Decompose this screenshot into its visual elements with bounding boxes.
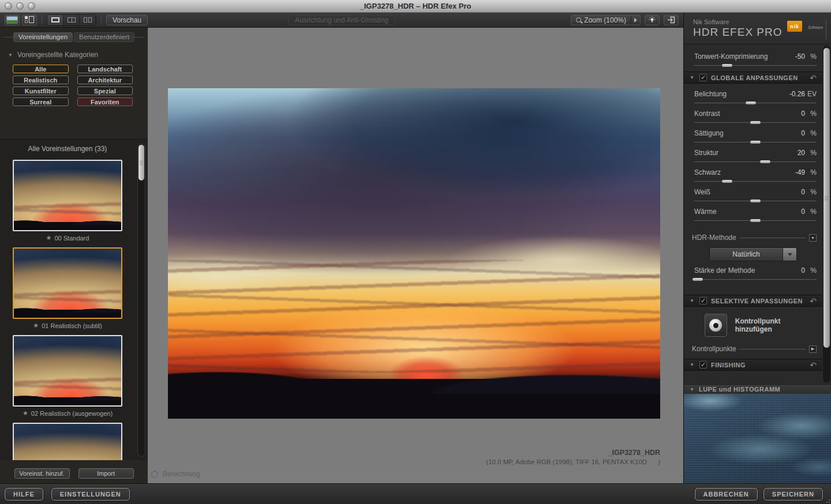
- slider-track[interactable]: [694, 179, 817, 184]
- preset-item[interactable]: ★ 01 Realistisch (subtil): [0, 247, 135, 329]
- category-button[interactable]: Alle: [13, 65, 69, 73]
- hdr-methode-menu-button[interactable]: ▼: [809, 234, 817, 242]
- nik-logo-subtext: Software: [808, 25, 823, 29]
- categories-header[interactable]: ▼ Voreingestellte Kategorien: [0, 46, 148, 61]
- tonwert-block: Tonwert-Komprimierung -50 %: [684, 44, 822, 72]
- slider-track[interactable]: [694, 120, 817, 125]
- reset-icon[interactable]: ↶: [810, 298, 817, 304]
- preset-item[interactable]: ★ 02 Realistisch (ausgewogen): [0, 335, 135, 417]
- selektive-checkbox[interactable]: ✓: [699, 297, 707, 304]
- tonwert-slider-thumb[interactable]: [721, 63, 733, 67]
- staerke-slider-thumb[interactable]: [692, 277, 703, 281]
- section-globale-anpassungen[interactable]: ▼ ✓ GLOBALE ANPASSUNGEN ↶: [684, 72, 822, 84]
- category-button[interactable]: Realistisch: [13, 76, 69, 84]
- speichern-button[interactable]: SPEICHERN: [763, 488, 823, 501]
- preset-list-area: Alle Voreinstellungen (33) ★ 00 Standard…: [0, 139, 148, 460]
- preset-thumbnail[interactable]: [13, 335, 122, 407]
- lupe-preview[interactable]: [684, 394, 831, 483]
- lupe-header[interactable]: ▼ LUPE und HISTOGRAMM: [684, 384, 831, 394]
- hilfe-button[interactable]: HILFE: [5, 488, 43, 501]
- toolbar-separator: [42, 16, 42, 25]
- chevron-down-icon: ▼: [690, 387, 694, 392]
- tonwert-slider[interactable]: [694, 63, 817, 68]
- preset-item[interactable]: ★: [0, 423, 135, 460]
- background-brightness-button[interactable]: [645, 15, 660, 25]
- kontrollpunkte-row: Kontrollpunkte ▶: [684, 344, 822, 354]
- slider-thumb[interactable]: [750, 219, 761, 223]
- view-sidebyside-button[interactable]: [80, 15, 96, 25]
- dropdown-arrow-button[interactable]: [783, 248, 796, 261]
- slider-track[interactable]: [694, 218, 817, 223]
- panel-scrollbar-thumb[interactable]: [823, 48, 830, 348]
- chevron-down-icon: ▼: [690, 298, 695, 303]
- reset-icon[interactable]: ↶: [810, 74, 817, 81]
- view-single-button[interactable]: [47, 15, 63, 25]
- abbrechen-button[interactable]: ABBRECHEN: [695, 488, 758, 501]
- preset-scrollbar[interactable]: [137, 143, 145, 457]
- category-button[interactable]: Surreal: [13, 97, 69, 106]
- staerke-row: Stärke der Methode 0 %: [694, 265, 817, 284]
- slider-thumb[interactable]: [721, 179, 733, 183]
- tonwert-value: -50: [783, 52, 805, 61]
- app-window: _IGP3278_HDR – HDR Efex Pro: [0, 0, 831, 504]
- einstellungen-button[interactable]: EINSTELLUNGEN: [51, 488, 130, 501]
- slider-row: Kontrast 0 %: [694, 108, 817, 127]
- adjustments-scroll: Tonwert-Komprimierung -50 % ▼ ✓ GLOBALE …: [684, 44, 831, 384]
- control-point-row: Kontrollpunkt hinzufügen: [684, 307, 822, 344]
- category-button[interactable]: Favoriten: [77, 97, 133, 106]
- reference-image-button[interactable]: [5, 15, 20, 25]
- export-icon: [667, 16, 675, 24]
- slider-row: Struktur 20 %: [694, 147, 817, 167]
- slider-track[interactable]: [694, 198, 817, 204]
- slider-thumb[interactable]: [745, 101, 757, 105]
- import-preset-button[interactable]: Import: [78, 468, 134, 479]
- slider-thumb[interactable]: [750, 140, 761, 144]
- zoom-menu-button[interactable]: [631, 16, 640, 25]
- resize-grip[interactable]: [823, 497, 830, 503]
- category-button[interactable]: Architektur: [77, 76, 133, 84]
- tab-voreinstellungen[interactable]: Voreinstellungen: [13, 32, 73, 42]
- panel-scrollbar[interactable]: [823, 46, 830, 383]
- hdr-methode-dropdown[interactable]: Natürlich: [709, 247, 797, 261]
- browser-layout-button[interactable]: [22, 15, 37, 25]
- slider-unit: %: [805, 110, 817, 118]
- slider-row: Schwarz -49 %: [694, 167, 817, 186]
- kontrollpunkte-menu-button[interactable]: ▶: [809, 345, 817, 353]
- category-button[interactable]: Kunstfilter: [13, 86, 69, 95]
- preset-thumbnail[interactable]: [13, 423, 122, 460]
- slider-track[interactable]: [694, 159, 817, 164]
- section-selektive-anpassungen[interactable]: ▼ ✓ SELEKTIVE ANPASSUNGEN ↶: [684, 295, 822, 307]
- staerke-unit: %: [805, 266, 817, 274]
- main-photo[interactable]: [168, 88, 660, 419]
- zoom-control[interactable]: Zoom (100%): [571, 15, 641, 25]
- reset-icon[interactable]: ↶: [810, 362, 817, 368]
- preset-item[interactable]: ★ 00 Standard: [0, 160, 135, 242]
- toolbar-separator: [101, 16, 102, 25]
- global-sliders: Belichtung -0.26 EV Kontrast 0 % Sättigu…: [684, 84, 822, 228]
- vorschau-button[interactable]: Vorschau: [106, 15, 148, 25]
- slider-thumb[interactable]: [750, 121, 761, 125]
- preset-scrollbar-thumb[interactable]: [138, 145, 144, 180]
- slider-track[interactable]: [694, 100, 817, 106]
- finishing-checkbox[interactable]: ✓: [699, 361, 707, 368]
- globale-checkbox[interactable]: ✓: [699, 74, 707, 81]
- category-button[interactable]: Spezial: [77, 86, 133, 95]
- sidebyside-view-icon: [84, 17, 92, 22]
- tab-benutzerdefiniert[interactable]: Benutzerdefiniert: [74, 32, 134, 42]
- preset-label: 02 Realistisch (ausgewogen): [31, 410, 113, 417]
- add-preset-button[interactable]: Voreinst. hinzuf.: [14, 468, 70, 479]
- slider-track[interactable]: [694, 140, 817, 145]
- status-row: Berechnung: [151, 470, 200, 478]
- hdr-methode-value: Natürlich: [710, 248, 783, 261]
- export-button[interactable]: [664, 15, 679, 25]
- section-finishing[interactable]: ▼ ✓ FINISHING ↶: [684, 359, 822, 371]
- staerke-slider[interactable]: [694, 277, 817, 282]
- category-button[interactable]: Landschaft: [77, 65, 133, 73]
- slider-thumb[interactable]: [759, 160, 771, 164]
- view-split-button[interactable]: [63, 15, 80, 25]
- add-control-point-button[interactable]: [705, 314, 727, 337]
- preset-thumbnail[interactable]: [13, 160, 122, 231]
- chevron-down-icon: [788, 253, 792, 256]
- slider-thumb[interactable]: [750, 199, 761, 203]
- preset-thumbnail[interactable]: [13, 247, 122, 319]
